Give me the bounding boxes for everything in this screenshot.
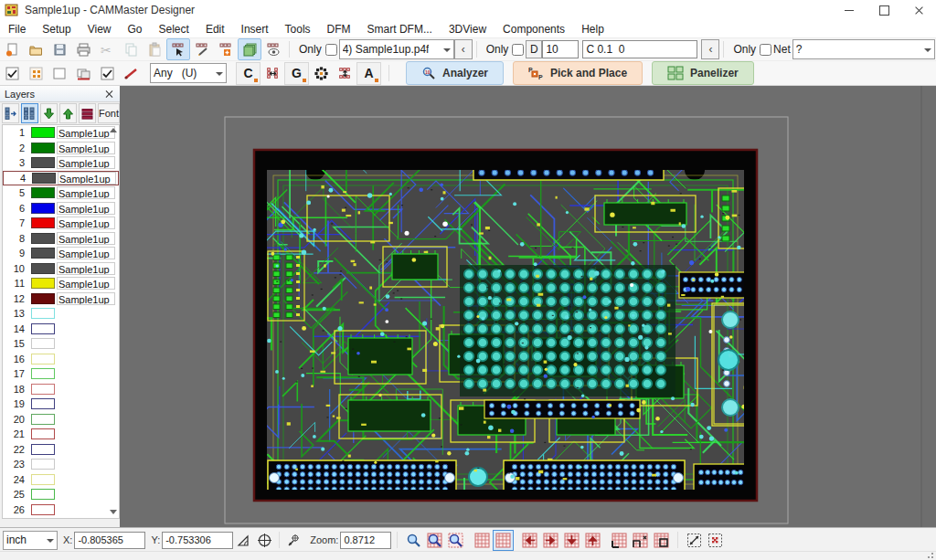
zoom-selection-button[interactable] xyxy=(445,530,466,551)
grid-view-button[interactable] xyxy=(472,530,493,551)
layer-color-swatch[interactable] xyxy=(31,143,55,153)
analyzer-button[interactable]: 10 Analyzer xyxy=(406,61,504,85)
dcode-input[interactable] xyxy=(542,40,579,58)
layer-row[interactable]: 5Sample1up xyxy=(3,185,119,201)
layers-button[interactable] xyxy=(238,38,261,60)
layer-table-button[interactable] xyxy=(21,103,38,123)
resize-extents-button[interactable] xyxy=(684,530,705,551)
layer-row[interactable]: 12Sample1up xyxy=(3,291,119,307)
layer-row[interactable]: 14 xyxy=(3,322,119,337)
layer-row[interactable]: 1Sample1up xyxy=(3,125,119,141)
align-center-button[interactable] xyxy=(630,530,651,551)
layer-row[interactable]: 2Sample1up xyxy=(3,141,119,156)
measure-angle-button[interactable] xyxy=(233,530,254,551)
select-all-toggle-button[interactable] xyxy=(0,62,24,84)
layer-color-swatch[interactable] xyxy=(31,428,55,439)
layer-color-swatch[interactable] xyxy=(31,248,55,259)
layer-step-button[interactable] xyxy=(2,103,19,123)
layer-color-swatch[interactable] xyxy=(31,489,55,500)
menu-tools[interactable]: Tools xyxy=(277,22,319,37)
menu-file[interactable]: File xyxy=(0,22,34,37)
menu-edit[interactable]: Edit xyxy=(197,22,233,37)
zoom-in-button[interactable] xyxy=(403,530,424,551)
layer-scroll-down-icon[interactable] xyxy=(110,510,117,514)
layer-color-swatch[interactable] xyxy=(31,474,55,485)
only-dcode-checkbox[interactable] xyxy=(512,44,524,56)
layer-color-swatch[interactable] xyxy=(31,414,55,425)
pan-up-button[interactable] xyxy=(582,530,603,551)
print-button[interactable] xyxy=(71,38,95,60)
layer-color-swatch[interactable] xyxy=(31,187,55,198)
layer-color-swatch[interactable] xyxy=(31,127,55,138)
panelizer-button[interactable]: Panelizer xyxy=(652,61,754,85)
x-coordinate-input[interactable] xyxy=(74,532,145,549)
cut-button[interactable]: ✂ xyxy=(95,38,119,60)
layer-row[interactable]: 19 xyxy=(3,396,119,412)
blank-frame-button[interactable] xyxy=(48,62,71,84)
aperture-filter-combo[interactable]: Any (U) xyxy=(150,63,227,83)
layer-row[interactable]: 23 xyxy=(3,457,119,472)
layer-row[interactable]: 26 xyxy=(3,502,119,518)
letter-a-tool-button[interactable]: A xyxy=(356,62,381,85)
layer-color-swatch[interactable] xyxy=(31,368,55,379)
paste-button[interactable] xyxy=(143,38,166,60)
minimize-button[interactable] xyxy=(832,0,867,20)
open-file-button[interactable] xyxy=(24,38,48,60)
align-corner-button[interactable] xyxy=(609,530,630,551)
layer-row[interactable]: 8Sample1up xyxy=(3,231,119,247)
layer-color-swatch[interactable] xyxy=(31,444,55,455)
layer-color-swatch[interactable] xyxy=(32,173,56,184)
jump-to-pad-button[interactable] xyxy=(283,530,304,551)
select-region-button[interactable] xyxy=(705,530,726,551)
pan-left-button[interactable] xyxy=(519,530,540,551)
select-filter-toggle-button[interactable] xyxy=(95,62,119,84)
layer-color-swatch[interactable] xyxy=(31,398,55,409)
layer-row[interactable]: 22 xyxy=(3,442,119,458)
menu-3dview[interactable]: 3DView xyxy=(441,22,495,37)
cluster-tool-button[interactable] xyxy=(309,62,333,84)
layer-scroll-up-icon[interactable] xyxy=(110,128,117,132)
prev-layer-button[interactable]: ‹ xyxy=(454,39,473,59)
layers-panel-close-button[interactable] xyxy=(104,89,115,100)
app-icon[interactable] xyxy=(5,3,19,17)
layer-row[interactable]: 24 xyxy=(3,472,119,488)
grid-snap-button[interactable] xyxy=(493,530,514,551)
layer-row[interactable]: 7Sample1up xyxy=(3,216,119,231)
move-to-layer-button[interactable] xyxy=(71,62,95,84)
layer-color-swatch[interactable] xyxy=(31,263,55,274)
layer-color-swatch[interactable] xyxy=(31,459,55,470)
font-button[interactable]: Font xyxy=(98,103,120,123)
layer-row[interactable]: 3Sample1up xyxy=(3,155,119,171)
only-layer-checkbox[interactable] xyxy=(325,44,337,56)
layer-row[interactable]: 20 xyxy=(3,412,119,428)
swap-vertical-tool-button[interactable] xyxy=(333,62,356,84)
layer-row[interactable]: 18 xyxy=(3,382,119,397)
menu-help[interactable]: Help xyxy=(573,22,612,37)
layer-row[interactable]: 25 xyxy=(3,487,119,502)
layer-color-swatch[interactable] xyxy=(31,233,55,244)
layer-row[interactable]: 21 xyxy=(3,427,119,442)
close-button[interactable] xyxy=(901,0,936,20)
edit-pads-button[interactable] xyxy=(190,38,214,60)
layer-color-swatch[interactable] xyxy=(31,157,55,168)
add-pad-button[interactable] xyxy=(214,38,238,60)
save-button[interactable] xyxy=(48,38,71,60)
pick-and-place-button[interactable]: P P Pick and Place xyxy=(513,61,643,85)
letter-c-tool-button[interactable]: C xyxy=(236,62,261,85)
layer-color-swatch[interactable] xyxy=(31,354,55,365)
menu-view[interactable]: View xyxy=(80,22,120,37)
layer-move-down-button[interactable] xyxy=(40,103,58,123)
layer-file-combo[interactable]: 4) Sample1up.p4f xyxy=(339,39,454,59)
align-edge-button[interactable] xyxy=(651,530,672,551)
layer-color-swatch[interactable] xyxy=(31,384,55,395)
zoom-window-button[interactable] xyxy=(424,530,445,551)
view-pads-button[interactable] xyxy=(261,38,285,60)
pcb-workspace[interactable] xyxy=(120,86,936,527)
layer-move-up-button[interactable] xyxy=(59,103,77,123)
layers-panel-header[interactable]: Layers xyxy=(0,86,120,102)
layer-color-swatch[interactable] xyxy=(31,504,55,515)
origin-target-button[interactable] xyxy=(254,530,275,551)
layer-stack-button[interactable] xyxy=(79,103,96,123)
zoom-input[interactable] xyxy=(340,532,391,549)
layer-row[interactable]: 13 xyxy=(3,306,119,322)
